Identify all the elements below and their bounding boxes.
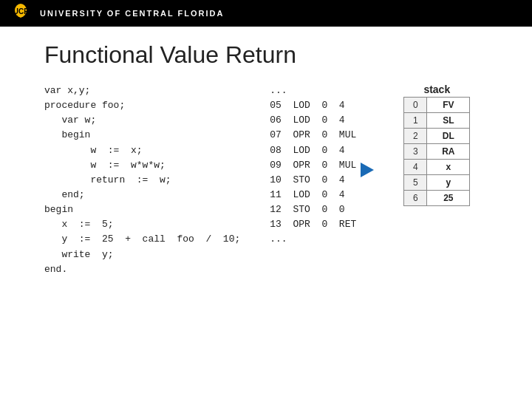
content-area: var x,y; procedure foo; var w; begin w :… bbox=[44, 83, 502, 277]
stack-title: stack bbox=[403, 83, 470, 95]
stack-index-cell: 2 bbox=[404, 129, 427, 144]
stack-value-cell: DL bbox=[427, 129, 470, 144]
stack-value-cell: RA bbox=[427, 144, 470, 160]
table-row: 5y bbox=[404, 175, 470, 191]
page-title: Functional Value Return bbox=[44, 41, 502, 69]
main-content: Functional Value Return var x,y; procedu… bbox=[0, 27, 532, 292]
arrow-container bbox=[361, 163, 374, 177]
header-bar: UCF UNIVERSITY OF CENTRAL FLORIDA bbox=[0, 0, 532, 27]
stack-value-cell: 25 bbox=[427, 191, 470, 206]
table-row: 1SL bbox=[404, 113, 470, 129]
stack-table: 0FV1SL2DL3RA4x5y625 bbox=[403, 97, 470, 206]
bytecode-block: ... 05 LOD 0 4 06 LOD 0 4 07 OPR 0 MUL 0… bbox=[270, 83, 356, 248]
code-block: var x,y; procedure foo; var w; begin w :… bbox=[44, 83, 240, 277]
stack-index-cell: 1 bbox=[404, 113, 427, 129]
stack-value-cell: FV bbox=[427, 98, 470, 113]
table-row: 4x bbox=[404, 160, 470, 175]
ucf-logo-icon: UCF bbox=[9, 3, 33, 24]
table-row: 2DL bbox=[404, 129, 470, 144]
stack-index-cell: 6 bbox=[404, 191, 427, 206]
instructions-area: ... 05 LOD 0 4 06 LOD 0 4 07 OPR 0 MUL 0… bbox=[270, 83, 374, 248]
stack-index-cell: 4 bbox=[404, 160, 427, 175]
stack-index-cell: 5 bbox=[404, 175, 427, 191]
stack-index-cell: 3 bbox=[404, 144, 427, 160]
stack-index-cell: 0 bbox=[404, 98, 427, 113]
table-row: 3RA bbox=[404, 144, 470, 160]
stack-value-cell: SL bbox=[427, 113, 470, 129]
stack-value-cell: x bbox=[427, 160, 470, 175]
table-row: 0FV bbox=[404, 98, 470, 113]
stack-value-cell: y bbox=[427, 175, 470, 191]
arrow-right-icon bbox=[361, 163, 374, 177]
university-name: UNIVERSITY OF CENTRAL FLORIDA bbox=[40, 9, 225, 18]
table-row: 625 bbox=[404, 191, 470, 206]
svg-text:UCF: UCF bbox=[13, 7, 29, 16]
stack-area: stack 0FV1SL2DL3RA4x5y625 bbox=[403, 83, 470, 206]
